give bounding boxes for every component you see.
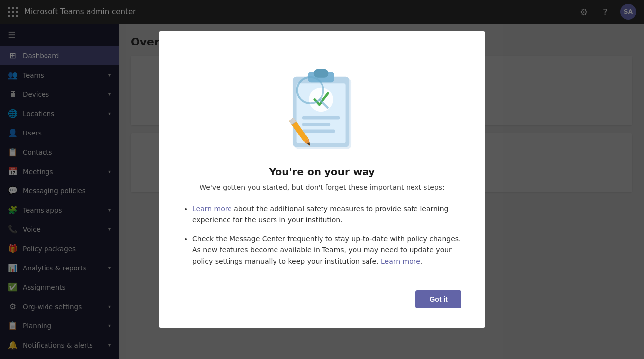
svg-rect-4 — [314, 69, 328, 78]
svg-rect-7 — [302, 123, 330, 126]
modal-subtitle: We've gotten you started, but don't forg… — [199, 183, 444, 191]
modal-list-item-0: Learn more about the additional safety m… — [192, 203, 461, 225]
modal-body: Learn more about the additional safety m… — [183, 203, 461, 274]
got-it-button[interactable]: Got it — [415, 290, 461, 308]
modal-link-0[interactable]: Learn more — [192, 205, 232, 213]
modal-overlay: You're on your way We've gotten you star… — [0, 0, 644, 359]
modal-title: You're on your way — [269, 166, 375, 178]
svg-rect-6 — [302, 116, 340, 120]
modal-footer: Got it — [183, 290, 461, 308]
modal-link-1[interactable]: Learn more — [381, 257, 420, 265]
svg-rect-8 — [302, 129, 335, 133]
modal-dialog: You're on your way We've gotten you star… — [159, 31, 485, 328]
modal-illustration — [273, 55, 371, 154]
modal-list-item-1: Check the Message Center frequently to s… — [192, 233, 461, 267]
